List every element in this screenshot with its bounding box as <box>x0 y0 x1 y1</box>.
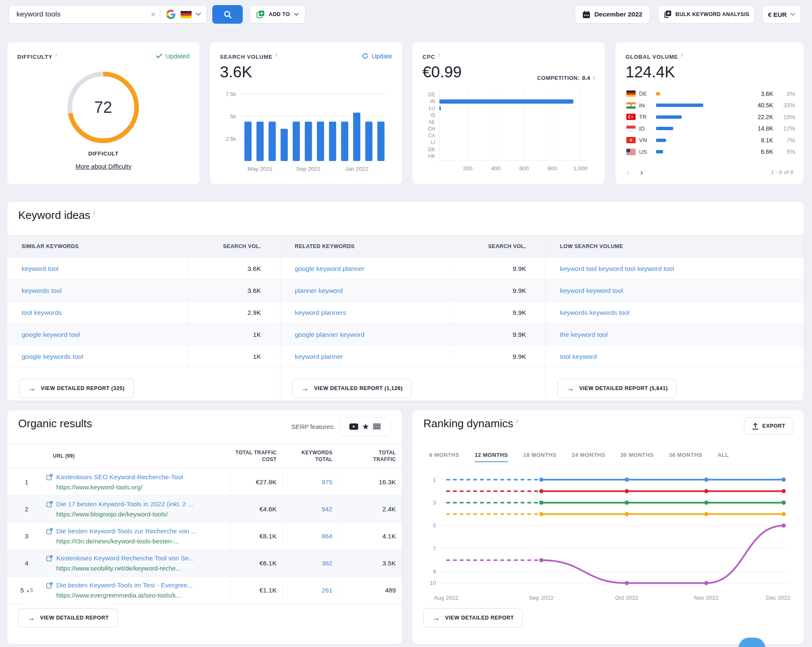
tab-12-months[interactable]: 12 MONTHS <box>475 452 508 462</box>
info-icon[interactable]: i <box>516 418 518 424</box>
keyword-link[interactable]: keywords tool <box>22 287 62 294</box>
keyword-link[interactable]: keyword planners <box>295 309 346 316</box>
google-icon <box>166 10 176 19</box>
keyword-link[interactable]: the keyword tool <box>560 331 608 338</box>
svg-text:IS: IS <box>431 112 435 118</box>
result-keywords-total[interactable]: 975 <box>283 469 338 495</box>
tab-24-months[interactable]: 24 MONTHS <box>572 452 605 462</box>
tab-6-months[interactable]: 6 MONTHS <box>429 452 459 462</box>
svg-text:10: 10 <box>430 580 436 586</box>
volume-bar <box>656 127 673 130</box>
keyword-link[interactable]: google keywords tool <box>22 353 83 360</box>
date-picker-button[interactable]: December 2022 <box>575 5 650 24</box>
info-icon[interactable]: i <box>438 52 440 58</box>
tab-18-months[interactable]: 18 MONTHS <box>523 452 557 462</box>
result-traffic-cost: €4.6K <box>230 496 283 522</box>
svg-text:Sep 2021: Sep 2021 <box>296 166 321 172</box>
keyword-link[interactable]: keywords keywords tool <box>560 309 630 316</box>
germany-flag-icon[interactable] <box>181 11 192 18</box>
clear-search-icon[interactable]: × <box>146 10 160 19</box>
update-button[interactable]: Update <box>362 52 392 60</box>
view-detailed-report-button[interactable]: →VIEW DETAILED REPORT (1,126) <box>292 379 411 398</box>
view-detailed-report-button[interactable]: → VIEW DETAILED REPORT <box>423 608 523 628</box>
keyword-link[interactable]: planner keyword <box>295 287 343 294</box>
external-link-icon[interactable] <box>46 474 53 480</box>
search-button[interactable] <box>212 5 243 24</box>
more-about-difficulty-link[interactable]: More about Difficulty <box>7 163 200 170</box>
global-volume-card: GLOBAL VOLUMEi 124.4K DE3.6K3%IN40.5K33%… <box>615 42 804 184</box>
keyword-link[interactable]: google keyword planner <box>295 265 365 272</box>
info-icon[interactable]: i <box>93 209 95 216</box>
keyword-row: keyword tool3.6K <box>7 258 280 280</box>
svg-text:Dec 2022: Dec 2022 <box>766 595 790 601</box>
external-link-icon[interactable] <box>46 582 53 589</box>
keyword-link[interactable]: google planner keyword <box>295 331 365 338</box>
svg-text:Sep 2022: Sep 2022 <box>529 595 554 601</box>
keyword-row: keyword keyword tool <box>546 280 804 302</box>
difficulty-gauge: 72 <box>61 65 145 150</box>
export-button[interactable]: EXPORT <box>744 417 793 435</box>
arrow-right-icon: → <box>27 614 35 622</box>
external-link-icon[interactable] <box>46 555 53 562</box>
country-volume-row: DE3.6K3% <box>626 88 795 100</box>
organic-result-row: 2Die 17 besten Keyword-Tools in 2022 (in… <box>7 496 402 523</box>
tab-30-months[interactable]: 30 MONTHS <box>620 452 654 462</box>
keyword-link[interactable]: keyword tool keyword tool keyword tool <box>560 265 674 272</box>
view-detailed-report-button[interactable]: →VIEW DETAILED REPORT (5,641) <box>557 379 677 398</box>
country-percent: 33% <box>773 102 795 109</box>
country-volume-row: IN40.5K33% <box>626 100 795 112</box>
view-detailed-report-button[interactable]: → VIEW DETAILED REPORT <box>18 608 118 628</box>
keyword-ideas-group: SIMILAR KEYWORDSSEARCH VOL.keyword tool3… <box>7 235 280 398</box>
pagination-prev-icon[interactable]: ‹ <box>626 167 629 177</box>
result-keywords-total[interactable]: 382 <box>283 550 338 576</box>
info-icon[interactable]: i <box>593 74 595 81</box>
keyword-search-input[interactable] <box>16 10 146 19</box>
keyword-link[interactable]: keyword planner <box>295 353 343 360</box>
result-title-link[interactable]: Kostenloses Keyword Recherche Tool von S… <box>56 554 194 562</box>
result-keywords-total[interactable]: 864 <box>283 523 338 549</box>
info-icon[interactable]: i <box>55 52 57 58</box>
keyword-column-header: SIMILAR KEYWORDS <box>7 243 188 249</box>
result-title-link[interactable]: Kostenloses SEO Keyword-Recherche-Tool <box>56 473 183 481</box>
keyword-link[interactable]: tool keywords <box>22 309 62 316</box>
video-serp-icon[interactable] <box>349 423 358 430</box>
list-serp-icon[interactable] <box>373 423 381 429</box>
search-icon <box>223 10 232 19</box>
currency-select-button[interactable]: € EUR <box>762 5 801 24</box>
country-volume: 3.6K <box>743 90 773 97</box>
keyword-row: tool keywords2.9K <box>7 302 280 324</box>
view-detailed-report-button[interactable]: →VIEW DETAILED REPORT (325) <box>19 379 134 398</box>
cpc-card: CPCi €0.99 COMPETITION: 0.4 i 2004006008… <box>412 42 605 184</box>
rank-up-indicator: ▲5 <box>26 587 33 593</box>
keyword-ideas-title: Keyword ideasi <box>18 209 95 222</box>
result-title-link[interactable]: Die 17 besten Keyword-Tools in 2022 (ink… <box>56 500 193 508</box>
star-serp-icon[interactable]: ★ <box>362 423 369 431</box>
info-icon[interactable]: i <box>681 52 683 58</box>
result-keywords-total[interactable]: 261 <box>283 577 338 603</box>
bulk-keyword-analysis-button[interactable]: BULK KEYWORD ANALYSIS <box>658 5 754 24</box>
result-title-link[interactable]: Die besten Keyword-Tools im Test - Everg… <box>56 581 193 589</box>
cpc-chart: 2004006008001,000DEINLUISAECHCALIDKHK <box>418 89 596 174</box>
keyword-link[interactable]: keyword tool <box>22 265 58 272</box>
svg-text:DE: DE <box>428 92 435 98</box>
result-keywords-total[interactable]: 942 <box>283 496 338 522</box>
organic-result-row: 1Kostenloses SEO Keyword-Recherche-Toolh… <box>7 469 402 496</box>
svg-text:200: 200 <box>463 165 472 172</box>
tab-36-months[interactable]: 36 MONTHS <box>669 452 702 462</box>
add-to-list-button[interactable]: ADD TO <box>250 5 305 24</box>
external-link-icon[interactable] <box>46 501 53 508</box>
keyword-link[interactable]: google keyword tool <box>22 331 80 338</box>
keyword-link[interactable]: tool keyword <box>560 353 597 360</box>
refresh-icon <box>362 53 368 59</box>
info-icon[interactable]: i <box>276 52 277 58</box>
external-link-icon[interactable] <box>46 528 53 535</box>
result-title-link[interactable]: Die besten Keyword-Tools zur Recherche v… <box>56 527 197 535</box>
keyword-row: keyword tool keyword tool keyword tool <box>546 258 804 280</box>
pagination-next-icon[interactable]: › <box>640 167 643 177</box>
chevron-down-icon[interactable] <box>196 13 201 16</box>
keyword-link[interactable]: keyword keyword tool <box>560 287 623 294</box>
country-volume-row: US6.6K5% <box>626 146 795 158</box>
volume-bar <box>656 115 682 119</box>
tab-all[interactable]: ALL <box>718 452 729 462</box>
check-icon <box>156 54 162 58</box>
